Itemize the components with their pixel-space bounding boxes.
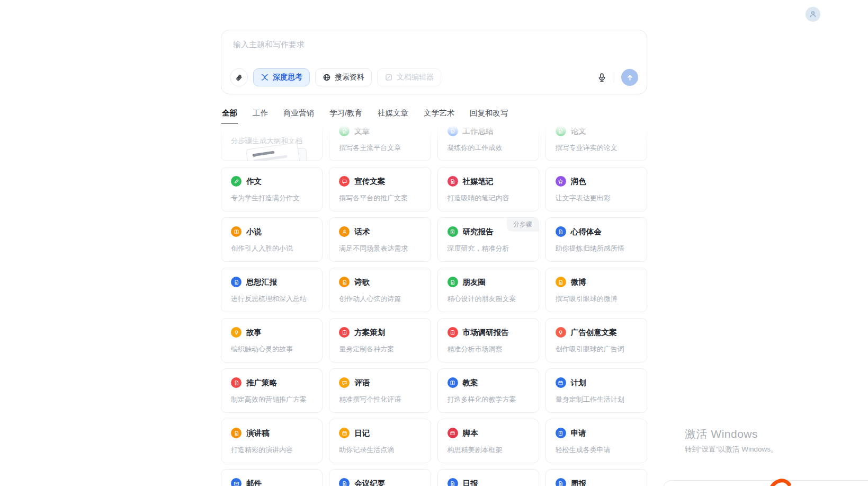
card-title: 诗歌	[354, 277, 370, 287]
category-tab-学习/教育[interactable]: 学习/教育	[329, 108, 363, 125]
template-card-会议纪要[interactable]: 会议纪要	[329, 469, 431, 486]
card-title: 论文	[571, 126, 586, 136]
card-desc: 构思精美剧本框架	[448, 445, 529, 455]
card-desc: 量身定制各种方案	[339, 344, 420, 354]
daily-report-icon	[448, 478, 458, 486]
template-card-广告创意文案[interactable]: 广告创意文案 创作吸引眼球的广告词	[545, 318, 647, 363]
card-title: 方案策划	[354, 328, 385, 338]
category-tab-商业营销[interactable]: 商业营销	[283, 108, 315, 125]
send-arrow-icon	[626, 74, 634, 82]
app: 深度思考 搜索资料 文档编辑器	[0, 0, 868, 486]
template-grid: 分步骤生成大纲和文档 1. 文章 撰写各主流平台文章 工作总结 凝练你的工作成效…	[221, 123, 647, 486]
category-tabs: 全部工作商业营销学习/教育社媒文章文学艺术回复和改写	[221, 108, 648, 125]
watermark-line1: 激活 Windows	[685, 427, 778, 441]
send-button[interactable]	[621, 69, 638, 86]
template-card-论文[interactable]: 论文 撰写专业详实的论文	[545, 123, 647, 161]
topic-input[interactable]	[233, 40, 635, 63]
template-card-作文[interactable]: 作文 专为学生打造满分作文	[221, 167, 323, 211]
globe-icon	[323, 73, 331, 82]
category-tab-工作[interactable]: 工作	[252, 108, 269, 125]
orange-logo-icon	[767, 475, 791, 486]
template-card-朋友圈[interactable]: 朋友圈 精心设计的朋友圈文案	[437, 268, 539, 312]
doc-editor-button[interactable]: 文档编辑器	[377, 68, 441, 86]
long-doc-feature-card[interactable]: 分步骤生成大纲和文档 1.	[221, 123, 323, 161]
deep-think-button[interactable]: 深度思考	[253, 68, 310, 86]
step-badge: 分步骤	[507, 218, 539, 232]
template-card-邮件[interactable]: 邮件	[221, 469, 323, 486]
template-card-小说[interactable]: 小说 创作引人入胜的小说	[221, 217, 323, 262]
market-research-icon	[448, 327, 458, 338]
card-title: 朋友圈	[463, 277, 486, 287]
watermark-line2: 转到“设置”以激活 Windows。	[685, 445, 778, 454]
template-card-日报[interactable]: 日报	[437, 469, 539, 486]
reflections-icon	[556, 226, 566, 237]
template-card-诗歌[interactable]: 诗歌 创作动人心弦的诗篇	[329, 268, 431, 312]
template-card-推广策略[interactable]: 推广策略 制定高效的营销推广方案	[221, 368, 323, 413]
card-title: 研究报告	[463, 227, 494, 237]
toolbar-divider	[614, 72, 614, 83]
card-desc: 深度研究，精准分析	[448, 244, 529, 253]
template-card-周报[interactable]: 周报	[545, 469, 647, 486]
search-material-label: 搜索资料	[335, 73, 364, 82]
template-card-话术[interactable]: 话术 满足不同场景表达需求	[329, 217, 431, 262]
template-card-微博[interactable]: 微博 撰写吸引眼球的微博	[545, 268, 647, 312]
category-tab-文学艺术[interactable]: 文学艺术	[423, 108, 455, 125]
card-desc: 创作引人入胜的小说	[231, 244, 312, 253]
template-card-计划[interactable]: 计划 量身定制工作生活计划	[545, 368, 647, 413]
template-card-市场调研报告[interactable]: 市场调研报告 精准分析市场洞察	[437, 318, 539, 363]
article-icon	[339, 126, 350, 136]
template-card-故事[interactable]: 故事 编织触动心灵的故事	[221, 318, 323, 363]
email-icon	[231, 478, 241, 486]
ad-copy-icon	[556, 327, 566, 338]
deep-think-label: 深度思考	[273, 73, 302, 82]
mic-button[interactable]	[597, 73, 607, 83]
template-card-申请[interactable]: 申请 轻松生成各类申请	[545, 419, 647, 463]
card-desc: 凝练你的工作成效	[448, 143, 529, 153]
card-title: 作文	[246, 176, 262, 187]
template-card-研究报告[interactable]: 分步骤 研究报告 深度研究，精准分析	[437, 217, 539, 262]
template-card-润色[interactable]: 润色 让文字表达更出彩	[545, 167, 647, 211]
template-card-思想汇报[interactable]: 思想汇报 进行反思梳理和深入总结	[221, 268, 323, 312]
template-card-评语[interactable]: 评语 精准撰写个性化评语	[329, 368, 431, 413]
card-title: 评语	[354, 378, 370, 388]
card-desc: 轻松生成各类申请	[556, 445, 637, 455]
card-desc: 让文字表达更出彩	[556, 193, 637, 203]
template-card-心得体会[interactable]: 心得体会 助你提炼归纳所感所悟	[545, 217, 647, 262]
search-material-button[interactable]: 搜索资料	[315, 68, 372, 86]
plan-proposal-icon	[339, 327, 350, 338]
card-title: 会议纪要	[354, 479, 385, 486]
template-card-日记[interactable]: 日记 助你记录生活点滴	[329, 419, 431, 463]
card-desc: 打造精彩的演讲内容	[231, 445, 312, 455]
category-tab-回复和改写[interactable]: 回复和改写	[469, 108, 509, 125]
card-title: 微博	[571, 277, 586, 287]
cutoff-floating-widget	[663, 480, 868, 486]
user-avatar-button[interactable]	[806, 7, 820, 22]
card-title: 故事	[246, 328, 262, 338]
card-desc: 撰写专业详实的论文	[556, 143, 637, 153]
card-title: 教案	[463, 378, 478, 388]
weekly-report-icon	[556, 478, 566, 486]
template-card-脚本[interactable]: 脚本 构思精美剧本框架	[437, 419, 539, 463]
application-icon	[556, 428, 566, 438]
template-card-教案[interactable]: 教案 打造多样化的教学方案	[437, 368, 539, 413]
polish-icon	[556, 176, 566, 187]
template-card-社媒笔记[interactable]: 社媒笔记 打造吸睛的笔记内容	[437, 167, 539, 211]
template-card-工作总结[interactable]: 工作总结 凝练你的工作成效	[437, 123, 539, 161]
card-title: 话术	[354, 227, 370, 237]
speech-icon	[231, 428, 241, 438]
template-card-宣传文案[interactable]: 宣传文案 撰写各平台的推广文案	[329, 167, 431, 211]
card-title: 日报	[463, 479, 478, 486]
template-card-演讲稿[interactable]: 演讲稿 打造精彩的演讲内容	[221, 419, 323, 463]
card-desc: 助你提炼归纳所感所悟	[556, 244, 637, 253]
category-tab-全部[interactable]: 全部	[221, 108, 238, 125]
category-tab-社媒文章[interactable]: 社媒文章	[377, 108, 409, 125]
card-desc: 创作吸引眼球的广告词	[556, 344, 637, 354]
template-card-文章[interactable]: 文章 撰写各主流平台文章	[329, 123, 431, 161]
attach-button[interactable]	[230, 68, 248, 86]
work-summary-icon	[448, 126, 458, 136]
template-card-方案策划[interactable]: 方案策划 量身定制各种方案	[329, 318, 431, 363]
research-report-icon	[448, 226, 458, 237]
weibo-icon	[556, 277, 566, 287]
template-grid-viewport: 分步骤生成大纲和文档 1. 文章 撰写各主流平台文章 工作总结 凝练你的工作成效…	[221, 123, 647, 486]
card-title: 心得体会	[571, 227, 602, 237]
